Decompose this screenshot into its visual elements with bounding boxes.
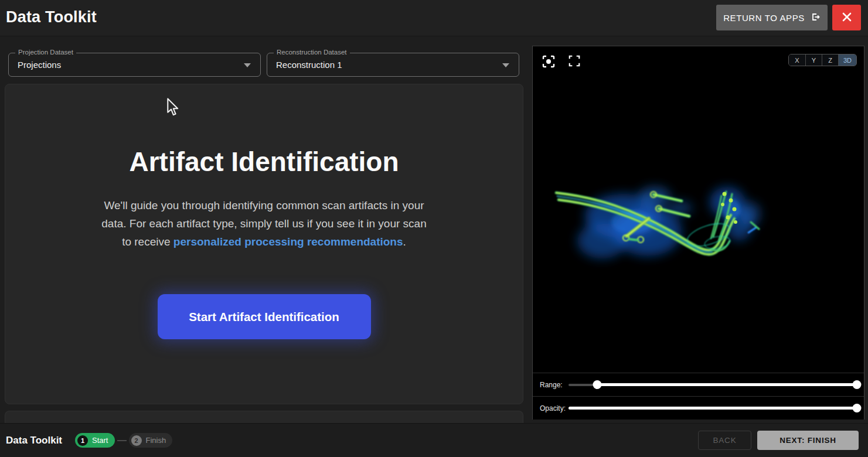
fullscreen-button[interactable] [567, 54, 581, 69]
start-artifact-identification-button[interactable]: Start Artifact Identification [158, 294, 371, 339]
step-finish-chip[interactable]: 2 Finish [129, 433, 173, 448]
opacity-slider-fill [569, 407, 857, 410]
header-bar: Data Toolkit RETURN TO APPS [0, 0, 868, 36]
focus-target-icon [542, 62, 556, 70]
footer-bar: Data Toolkit 1 Start 2 Finish BACK NEXT:… [0, 423, 868, 457]
range-slider-row: Range: [533, 373, 864, 396]
fullscreen-icon [568, 60, 581, 69]
description-after: . [403, 236, 406, 248]
step-start-label: Start [92, 436, 108, 445]
page-title: Artifact Identification [5, 146, 523, 178]
footer-title: Data Toolkit [6, 435, 62, 446]
view-axis-toggle: X Y Z 3D [788, 54, 857, 66]
view-y-button[interactable]: Y [805, 54, 822, 66]
description-highlight: personalized processing recommendations [173, 236, 403, 248]
range-label: Range: [540, 381, 567, 389]
projection-dataset-label: Projection Dataset [15, 49, 76, 56]
reconstruction-dataset-select[interactable]: Reconstruction Dataset Reconstruction 1 [267, 53, 519, 77]
footer-actions: BACK NEXT: FINISH [698, 431, 859, 450]
opacity-slider-thumb[interactable] [853, 404, 862, 412]
opacity-label: Opacity: [540, 404, 567, 412]
view-x-button[interactable]: X [789, 54, 805, 66]
range-slider-fill [597, 383, 857, 386]
wizard-stepper: 1 Start 2 Finish [75, 433, 172, 448]
app-title: Data Toolkit [6, 8, 97, 26]
step-connector [117, 440, 127, 441]
artifact-identification-card: Artifact Identification We'll guide you … [5, 84, 523, 404]
description-text: We'll guide you through identifying comm… [100, 196, 428, 251]
range-slider-high-thumb[interactable] [853, 380, 862, 389]
exit-icon [810, 12, 821, 24]
reconstruction-dataset-label: Reconstruction Dataset [274, 49, 350, 56]
chevron-down-icon [502, 63, 509, 67]
return-to-apps-label: RETURN TO APPS [723, 13, 805, 23]
close-button[interactable] [832, 5, 861, 30]
reconstruction-dataset-value: Reconstruction 1 [276, 60, 342, 70]
opacity-slider[interactable] [569, 404, 857, 413]
range-slider-low-thumb[interactable] [593, 380, 602, 389]
volume-render-canvas[interactable] [533, 46, 864, 373]
next-section-card-edge [5, 411, 523, 423]
opacity-slider-row: Opacity: [533, 396, 864, 420]
back-button[interactable]: BACK [698, 431, 751, 450]
recenter-button[interactable] [542, 54, 556, 69]
step-finish-label: Finish [146, 436, 166, 445]
next-finish-button[interactable]: NEXT: FINISH [757, 431, 859, 450]
step-start-chip[interactable]: 1 Start [75, 433, 114, 448]
projection-dataset-select[interactable]: Projection Dataset Projections [8, 53, 261, 77]
view-z-button[interactable]: Z [822, 54, 838, 66]
view-3d-button[interactable]: 3D [838, 54, 856, 66]
step-finish-number: 2 [131, 435, 142, 446]
volume-viewer-panel: X Y Z 3D Range: Opacity: [532, 46, 864, 420]
step-start-number: 1 [77, 435, 88, 446]
projection-dataset-value: Projections [18, 60, 61, 70]
range-slider[interactable] [569, 380, 857, 390]
close-icon [841, 11, 853, 25]
chevron-down-icon [244, 63, 251, 67]
return-to-apps-button[interactable]: RETURN TO APPS [716, 5, 828, 30]
data-toolkit-window: Data Toolkit RETURN TO APPS Projection D… [0, 0, 868, 457]
